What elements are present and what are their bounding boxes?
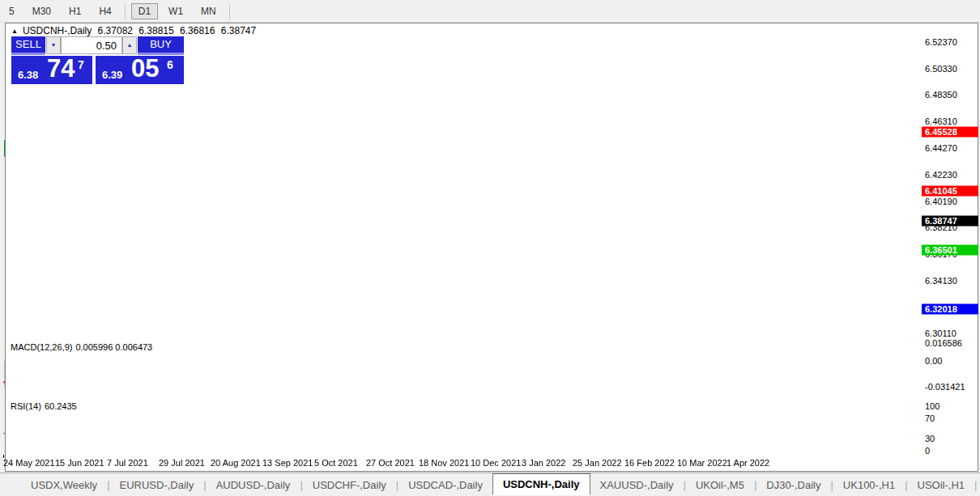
timeframe-button-d1[interactable]: D1 bbox=[131, 3, 158, 19]
tab-usoil-h1[interactable]: USOil-,H1 bbox=[908, 476, 975, 494]
tab-usdx-weekly[interactable]: USDX,Weekly bbox=[21, 476, 107, 494]
timeframe-button-m30[interactable]: M30 bbox=[25, 3, 58, 19]
date-axis-label: 20 Aug 2021 bbox=[211, 458, 261, 468]
macd-splitter[interactable] bbox=[5, 335, 978, 340]
tab-audusd-daily[interactable]: AUDUSD-,Daily bbox=[207, 476, 300, 494]
timeframe-button-h1[interactable]: H1 bbox=[62, 3, 88, 19]
tab-eurusd-daily[interactable]: EURUSD-,Daily bbox=[110, 476, 204, 494]
date-axis-label: 1 Apr 2022 bbox=[726, 458, 769, 468]
symbol-tab-bar: USDX,Weekly|EURUSD-,Daily|AUDUSD-,Daily|… bbox=[0, 473, 980, 496]
tab-usdchf-daily[interactable]: USDCHF-,Daily bbox=[303, 476, 396, 494]
timeframe-button-5[interactable]: 5 bbox=[2, 3, 22, 19]
price-badge: 6.38747 bbox=[922, 215, 978, 226]
buy-price-sup: 6 bbox=[167, 58, 173, 71]
tab-dj30-daily[interactable]: DJ30-,Daily bbox=[756, 476, 830, 494]
tab-usdcnh-daily[interactable]: USDCNH-,Daily bbox=[492, 473, 590, 495]
rsi-axis-label: 30 bbox=[925, 434, 935, 443]
date-axis-label: 5 Oct 2021 bbox=[314, 458, 358, 468]
sell-price-big: 74 bbox=[47, 54, 75, 83]
price-axis-label: 6.50330 bbox=[925, 64, 957, 74]
ohlc-open: 6.37082 bbox=[98, 25, 133, 36]
toolbar-separator bbox=[229, 3, 230, 19]
date-axis-label: 3 Jan 2022 bbox=[522, 458, 565, 468]
rsi-label: RSI(14)60.2435 bbox=[11, 401, 80, 411]
sell-price-prefix: 6.38 bbox=[18, 69, 38, 81]
sell-price-sup: 7 bbox=[78, 58, 84, 71]
tab-ukoil-m5[interactable]: UKOil-,M5 bbox=[686, 476, 754, 494]
chart-symbol-label: USDCNH-,Daily bbox=[23, 25, 92, 36]
price-axis-label: 6.42230 bbox=[925, 170, 957, 180]
date-axis-label: 29 Jul 2021 bbox=[159, 458, 205, 468]
ohlc-low: 6.36816 bbox=[180, 25, 215, 36]
timeframe-toolbar: 5M30H1H4D1W1MN bbox=[0, 0, 980, 23]
date-axis-label: 18 Nov 2021 bbox=[419, 458, 469, 468]
chart-title: ▲USDCNH-,Daily 6.37082 6.38815 6.36816 6… bbox=[11, 25, 259, 36]
timeframe-button-w1[interactable]: W1 bbox=[161, 3, 190, 19]
buy-price-big: 05 bbox=[131, 54, 159, 83]
sell-button[interactable]: SELL bbox=[11, 36, 45, 55]
chart-window-frame bbox=[5, 23, 978, 472]
volume-input[interactable] bbox=[61, 36, 122, 54]
price-axis-label: 6.40190 bbox=[925, 197, 957, 206]
date-axis-label: 7 Jul 2021 bbox=[107, 458, 148, 468]
date-axis-label: 16 Feb 2022 bbox=[624, 458, 675, 468]
macd-axis-label: 0.016586 bbox=[925, 338, 962, 348]
date-axis-label: 10 Dec 2021 bbox=[471, 458, 521, 468]
price-badge: 6.36501 bbox=[922, 245, 978, 256]
price-axis-label: 6.34130 bbox=[925, 276, 957, 286]
sell-price-box[interactable]: 6.38 74 7 bbox=[11, 56, 92, 84]
price-badge: 6.45528 bbox=[922, 127, 978, 138]
tab-uk100-h1[interactable]: UK100-,H1 bbox=[833, 476, 905, 494]
buy-price-prefix: 6.39 bbox=[102, 69, 122, 81]
macd-axis-label: 0.00 bbox=[925, 356, 942, 366]
date-axis-label: 25 Jan 2022 bbox=[573, 458, 622, 468]
macd-axis-label: -0.031421 bbox=[925, 382, 965, 392]
price-axis-label: 6.44270 bbox=[925, 143, 957, 153]
price-axis-label: 6.46310 bbox=[925, 117, 957, 126]
timeframe-button-mn[interactable]: MN bbox=[194, 3, 224, 19]
date-axis-label: 24 May 2021 bbox=[3, 458, 55, 468]
rsi-axis-label: 70 bbox=[925, 413, 935, 423]
toolbar-separator bbox=[125, 3, 126, 19]
date-axis-label: 15 Jun 2021 bbox=[55, 458, 104, 468]
collapse-triangle-icon[interactable]: ▲ bbox=[11, 28, 18, 35]
tab-usdcad-daily[interactable]: USDCAD-,Daily bbox=[398, 476, 492, 494]
rsi-splitter[interactable] bbox=[5, 394, 978, 399]
price-axis-label: 6.52370 bbox=[925, 37, 957, 47]
date-axis-label: 13 Sep 2021 bbox=[262, 458, 313, 468]
price-axis-label: 6.30110 bbox=[925, 329, 957, 338]
buy-button[interactable]: BUY bbox=[138, 36, 184, 55]
rsi-axis-label: 0 bbox=[925, 446, 930, 456]
macd-label: MACD(12,26,9)0.005996 0.006473 bbox=[11, 342, 156, 352]
volume-increase-button[interactable]: ▲ bbox=[122, 36, 137, 54]
price-badge: 6.32018 bbox=[922, 303, 978, 314]
volume-decrease-button[interactable]: ▼ bbox=[46, 36, 61, 54]
ohlc-close: 6.38747 bbox=[221, 25, 256, 36]
date-axis-label: 10 Mar 2022 bbox=[677, 458, 727, 468]
price-axis-label: 6.48350 bbox=[925, 90, 957, 100]
price-badge: 6.41045 bbox=[922, 185, 978, 196]
tab-hk50-h1[interactable]: HK50-,H1 bbox=[977, 476, 980, 494]
rsi-axis-label: 100 bbox=[925, 401, 940, 411]
buy-price-box[interactable]: 6.39 05 6 bbox=[96, 56, 184, 84]
ohlc-high: 6.38815 bbox=[138, 25, 173, 36]
tab-xauusd-daily[interactable]: XAUUSD-,Daily bbox=[590, 476, 684, 494]
timeframe-button-h4[interactable]: H4 bbox=[92, 3, 118, 19]
date-axis-label: 27 Oct 2021 bbox=[366, 458, 415, 468]
